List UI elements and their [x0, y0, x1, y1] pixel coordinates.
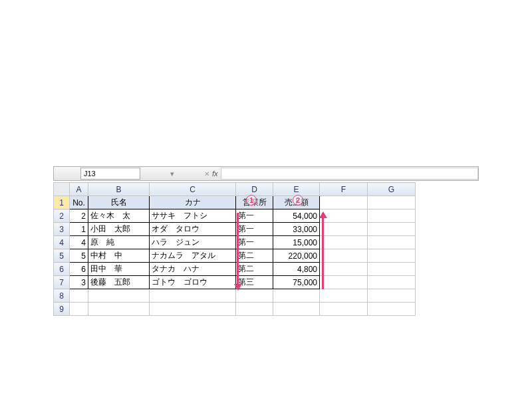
col-header-g[interactable]: G — [368, 183, 416, 196]
cell[interactable] — [368, 303, 416, 316]
cell[interactable]: 15,000 — [273, 236, 320, 249]
cell[interactable] — [150, 303, 236, 316]
arrow-up-icon — [322, 213, 324, 289]
cell[interactable] — [150, 289, 236, 303]
col-header-a[interactable]: A — [70, 183, 88, 196]
cell[interactable]: 第一 — [236, 223, 273, 236]
cell[interactable] — [236, 303, 273, 316]
cell[interactable] — [368, 289, 416, 303]
row-header-4[interactable]: 4 — [54, 236, 70, 249]
cell[interactable]: 佐々木 太 — [88, 209, 150, 223]
row-header-1[interactable]: 1 — [54, 196, 70, 209]
cell[interactable]: ハラ ジュン — [150, 236, 236, 249]
cell[interactable]: ササキ フトシ — [150, 209, 236, 223]
cell[interactable] — [320, 276, 368, 289]
cell-header-kana[interactable]: カナ — [150, 196, 236, 209]
circle-2-icon: 2 — [293, 195, 303, 205]
cell[interactable]: 原 純 — [88, 236, 150, 249]
cell-header-no[interactable]: No. — [70, 196, 88, 209]
cell[interactable] — [368, 209, 416, 223]
row-header-5[interactable]: 5 — [54, 249, 70, 263]
cell[interactable]: 5 — [70, 249, 88, 263]
cell[interactable] — [273, 289, 320, 303]
col-header-b[interactable]: B — [88, 183, 150, 196]
select-all-corner[interactable] — [54, 183, 70, 196]
cell[interactable] — [320, 303, 368, 316]
cell[interactable]: 第二 — [236, 249, 273, 263]
cell[interactable]: オダ タロウ — [150, 223, 236, 236]
cell[interactable] — [368, 196, 416, 209]
spreadsheet-grid: A B C D E F G 1 No. 氏名 カナ 営業所 売上額 2 2 — [53, 182, 479, 316]
cell[interactable]: 4,800 — [273, 263, 320, 276]
col-header-e[interactable]: E — [273, 183, 320, 196]
cell[interactable] — [70, 289, 88, 303]
cell[interactable] — [88, 289, 150, 303]
col-header-c[interactable]: C — [150, 183, 236, 196]
cell[interactable]: 6 — [70, 263, 88, 276]
row-header-2[interactable]: 2 — [54, 209, 70, 223]
col-header-f[interactable]: F — [320, 183, 368, 196]
cell[interactable]: ナカムラ アタル — [150, 249, 236, 263]
col-header-d[interactable]: D — [236, 183, 273, 196]
cell[interactable]: 小田 太郎 — [88, 223, 150, 236]
cell[interactable] — [368, 263, 416, 276]
cell[interactable]: 54,000 — [273, 209, 320, 223]
cell[interactable]: 後藤 五郎 — [88, 276, 150, 289]
cell[interactable]: 3 — [70, 276, 88, 289]
row-header-9[interactable]: 9 — [54, 303, 70, 316]
row-header-6[interactable]: 6 — [54, 263, 70, 276]
cell[interactable]: 中村 中 — [88, 249, 150, 263]
cell[interactable]: 33,000 — [273, 223, 320, 236]
fx-label[interactable]: fx — [212, 170, 218, 178]
cell[interactable]: 第二 — [236, 263, 273, 276]
cell-header-name[interactable]: 氏名 — [88, 196, 150, 209]
cell[interactable] — [273, 303, 320, 316]
cell[interactable] — [320, 196, 368, 209]
annotation-circle-1: 1 — [246, 195, 257, 205]
cell[interactable]: 第一 — [236, 236, 273, 249]
cell[interactable] — [320, 236, 368, 249]
cell[interactable]: 4 — [70, 236, 88, 249]
cell[interactable] — [368, 249, 416, 263]
formula-bar: J13 ▾ ✕ fx — [53, 166, 479, 181]
cancel-icon[interactable]: ✕ — [204, 170, 209, 178]
cell[interactable] — [320, 289, 368, 303]
row-header-7[interactable]: 7 — [54, 276, 70, 289]
annotation-circle-2: 2 — [293, 195, 303, 205]
cell[interactable] — [320, 249, 368, 263]
sheet-table[interactable]: A B C D E F G 1 No. 氏名 カナ 営業所 売上額 2 2 — [53, 182, 416, 316]
name-box-dropdown-icon[interactable]: ▾ — [170, 170, 174, 178]
cell[interactable] — [368, 236, 416, 249]
cell[interactable] — [368, 223, 416, 236]
formula-input[interactable] — [221, 168, 478, 180]
cell[interactable]: タナカ ハナ — [150, 263, 236, 276]
cell[interactable]: ゴトウ ゴロウ — [150, 276, 236, 289]
cell[interactable] — [320, 263, 368, 276]
cell[interactable]: 75,000 — [273, 276, 320, 289]
row-header-3[interactable]: 3 — [54, 223, 70, 236]
arrow-down-icon — [237, 213, 239, 289]
cell[interactable] — [320, 223, 368, 236]
cell[interactable] — [368, 276, 416, 289]
cell[interactable]: 田中 華 — [88, 263, 150, 276]
cell[interactable] — [236, 289, 273, 303]
cell[interactable]: 220,000 — [273, 249, 320, 263]
cell[interactable]: 1 — [70, 223, 88, 236]
row-header-8[interactable]: 8 — [54, 289, 70, 303]
cell[interactable]: 2 — [70, 209, 88, 223]
cell[interactable] — [88, 303, 150, 316]
cell[interactable]: 第一 — [236, 209, 273, 223]
circle-1-icon: 1 — [246, 195, 257, 205]
cell[interactable] — [70, 303, 88, 316]
name-box[interactable]: J13 — [80, 168, 140, 180]
